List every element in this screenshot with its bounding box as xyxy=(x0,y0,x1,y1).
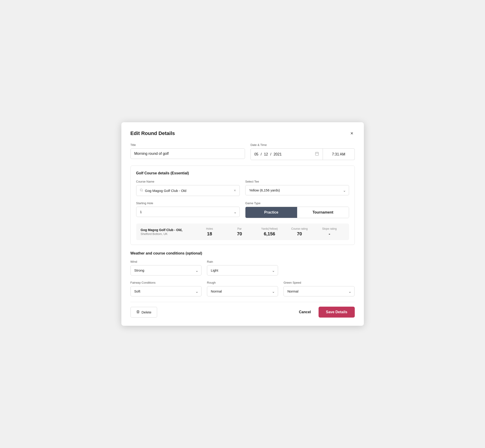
holes-label: Holes xyxy=(194,227,225,230)
starting-hole-wrap: 123456789101112131415161718 ⌄ xyxy=(136,207,240,217)
time-input-wrap[interactable]: 7:31 AM xyxy=(323,148,355,160)
search-icon xyxy=(140,188,143,193)
trash-icon xyxy=(136,310,140,314)
footer-row: Delete Cancel Save Details xyxy=(130,307,355,318)
cancel-button[interactable]: Cancel xyxy=(297,307,313,317)
green-group: Green Speed SlowNormalFastVery Fast ⌄ xyxy=(283,281,355,296)
wind-rain-row: Wind CalmLightModerateStrongVery Strong … xyxy=(130,260,355,275)
green-select[interactable]: SlowNormalFastVery Fast xyxy=(283,286,355,296)
fairway-group: Fairway Conditions SoftNormalFirmHard ⌄ xyxy=(130,281,202,296)
rain-group: Rain NoneLightModerateHeavy ⌄ xyxy=(207,260,278,275)
weather-title: Weather and course conditions (optional) xyxy=(130,251,355,256)
practice-button[interactable]: Practice xyxy=(245,207,297,218)
conditions-row: Fairway Conditions SoftNormalFirmHard ⌄ … xyxy=(130,281,355,296)
clear-course-btn[interactable]: × xyxy=(233,189,236,192)
course-info-row: Gog Magog Golf Club - Old, Shelford Bott… xyxy=(136,224,349,240)
svg-point-4 xyxy=(140,189,142,191)
svg-line-5 xyxy=(142,191,143,192)
starting-hole-group: Starting Hole 12345678910111213141516171… xyxy=(136,201,240,218)
title-group: Title xyxy=(130,143,245,160)
holes-value: 18 xyxy=(194,231,225,237)
slope-rating-value: - xyxy=(315,231,345,237)
spacer xyxy=(283,260,355,275)
wind-group: Wind CalmLightModerateStrongVery Strong … xyxy=(130,260,202,275)
modal-title: Edit Round Details xyxy=(130,130,175,136)
golf-course-section: Golf Course details (Essential) Course N… xyxy=(130,166,355,245)
slope-rating-stat: Slope rating - xyxy=(315,227,345,237)
starting-hole-select[interactable]: 123456789101112131415161718 xyxy=(136,207,240,217)
course-yards-stat: Yards(Yellow) 6,156 xyxy=(255,227,285,237)
game-type-group: Game Type Practice Tournament xyxy=(245,201,349,218)
tournament-button[interactable]: Tournament xyxy=(297,207,349,218)
select-tee-group: Select Tee Yellow (6,156 yards) ⌄ xyxy=(245,180,349,196)
game-type-label: Game Type xyxy=(245,201,349,205)
date-sep2: / xyxy=(270,152,271,156)
rain-label: Rain xyxy=(207,260,278,263)
rain-wrap: NoneLightModerateHeavy ⌄ xyxy=(207,265,278,275)
golf-course-title: Golf Course details (Essential) xyxy=(136,171,349,175)
footer-actions: Cancel Save Details xyxy=(297,307,355,318)
date-input-wrap[interactable]: 05 / 12 / 2021 xyxy=(251,148,323,160)
datetime-group: Date & Time 05 / 12 / 2021 7:31 AM xyxy=(251,143,355,160)
date-day: 12 xyxy=(264,152,268,156)
select-tee-label: Select Tee xyxy=(245,180,349,183)
course-par-stat: Par 70 xyxy=(225,227,255,237)
game-type-toggle: Practice Tournament xyxy=(245,207,349,218)
course-name-main: Gog Magog Golf Club - Old, xyxy=(141,228,195,232)
save-button[interactable]: Save Details xyxy=(319,307,355,318)
yards-value: 6,156 xyxy=(255,231,285,237)
title-datetime-row: Title Date & Time 05 / 12 / 2021 7:31 AM xyxy=(130,143,355,160)
course-name-label: Course Name xyxy=(136,180,240,183)
par-label: Par xyxy=(225,227,255,230)
course-rating-stat: Course rating 70 xyxy=(284,227,315,237)
fairway-label: Fairway Conditions xyxy=(130,281,202,284)
close-button[interactable]: × xyxy=(349,130,355,136)
rough-wrap: ShortNormalLong ⌄ xyxy=(207,286,278,296)
course-tee-row: Course Name × Select Tee Yellow (6,156 y… xyxy=(136,180,349,196)
course-name-group: Course Name × xyxy=(136,180,240,196)
rough-label: Rough xyxy=(207,281,278,284)
select-tee-wrap: Yellow (6,156 yards) ⌄ xyxy=(245,185,349,195)
course-rating-label: Course rating xyxy=(284,227,315,230)
edit-round-modal: Edit Round Details × Title Date & Time 0… xyxy=(121,122,364,326)
course-name-location: Shelford Bottom, UK xyxy=(141,232,195,236)
delete-label: Delete xyxy=(142,310,151,314)
wind-label: Wind xyxy=(130,260,202,263)
par-value: 70 xyxy=(225,231,255,237)
fairway-select[interactable]: SoftNormalFirmHard xyxy=(130,286,202,296)
footer-divider xyxy=(130,302,355,302)
select-tee-input[interactable]: Yellow (6,156 yards) xyxy=(245,185,349,195)
yards-label: Yards(Yellow) xyxy=(255,227,285,230)
wind-wrap: CalmLightModerateStrongVery Strong ⌄ xyxy=(130,265,202,275)
rough-select[interactable]: ShortNormalLong xyxy=(207,286,278,296)
green-wrap: SlowNormalFastVery Fast ⌄ xyxy=(283,286,355,296)
title-input[interactable] xyxy=(130,148,245,159)
date-time-inputs: 05 / 12 / 2021 7:31 AM xyxy=(251,148,355,160)
course-rating-value: 70 xyxy=(284,231,315,237)
course-info-name: Gog Magog Golf Club - Old, Shelford Bott… xyxy=(141,228,195,236)
date-year: 2021 xyxy=(274,152,282,156)
delete-button[interactable]: Delete xyxy=(130,307,157,318)
time-value: 7:31 AM xyxy=(332,152,345,156)
svg-rect-0 xyxy=(315,152,319,155)
datetime-label: Date & Time xyxy=(251,143,355,147)
course-name-input[interactable] xyxy=(145,189,232,192)
rain-select[interactable]: NoneLightModerateHeavy xyxy=(207,265,278,275)
date-sep1: / xyxy=(261,152,262,156)
green-label: Green Speed xyxy=(283,281,355,284)
course-holes-stat: Holes 18 xyxy=(194,227,225,237)
hole-gametype-row: Starting Hole 12345678910111213141516171… xyxy=(136,201,349,218)
date-month: 05 xyxy=(254,152,259,156)
fairway-wrap: SoftNormalFirmHard ⌄ xyxy=(130,286,202,296)
rough-group: Rough ShortNormalLong ⌄ xyxy=(207,281,278,296)
starting-hole-label: Starting Hole xyxy=(136,201,240,205)
calendar-icon xyxy=(315,152,319,157)
wind-select[interactable]: CalmLightModerateStrongVery Strong xyxy=(130,265,202,275)
title-label: Title xyxy=(130,143,245,147)
weather-section: Weather and course conditions (optional)… xyxy=(130,251,355,296)
slope-rating-label: Slope rating xyxy=(315,227,345,230)
modal-header: Edit Round Details × xyxy=(130,130,355,136)
course-name-wrap: × xyxy=(136,185,240,196)
